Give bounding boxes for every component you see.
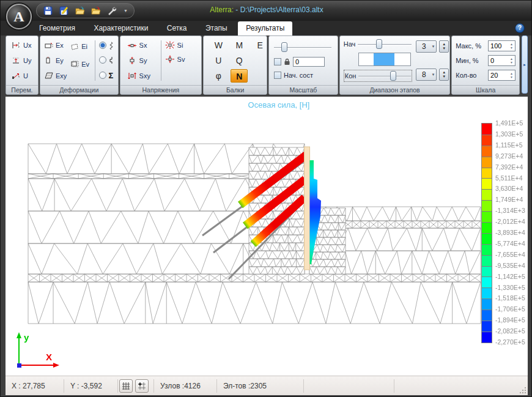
radio-unchecked (99, 72, 106, 79)
wrench-icon (107, 6, 117, 15)
ei-button[interactable]: Ei (68, 42, 92, 51)
legend-value: -1,142E+5 (495, 273, 525, 280)
u-button[interactable]: U (10, 72, 35, 80)
mode-sum-radio[interactable]: Σ (97, 70, 116, 81)
settings-button[interactable] (106, 6, 117, 16)
save-as-button[interactable] (59, 6, 69, 16)
slider-thumb[interactable] (281, 42, 287, 52)
open-recent-button[interactable] (91, 6, 101, 16)
legend-value: 1,491E+5 (495, 119, 523, 127)
spin-arrows-icon[interactable]: ▲▼ (508, 56, 515, 65)
min-spinbox[interactable]: 0 ▲▼ (488, 55, 515, 66)
initial-state-checkbox[interactable] (274, 72, 281, 79)
sv-button[interactable]: Sv (163, 54, 195, 64)
node-count: Узлов :4126 (153, 379, 217, 393)
si-icon (165, 41, 175, 49)
si-button[interactable]: Si (163, 40, 195, 50)
open-button[interactable] (75, 6, 85, 16)
help-button[interactable]: ? (515, 23, 525, 33)
scale-slider[interactable] (274, 42, 331, 52)
tab-results[interactable]: Результаты (238, 21, 292, 35)
legend-value: -5,774E+4 (495, 240, 525, 247)
snap-icon (138, 382, 146, 390)
qat-overflow-icon[interactable]: ▼ (124, 9, 128, 13)
beam-phi-button[interactable]: φ (210, 69, 227, 83)
save-icon (43, 6, 53, 15)
legend-band (482, 266, 492, 277)
mode-step-radio[interactable] (97, 56, 116, 65)
spin-up-icon: ▲ (442, 70, 446, 75)
end-stage-slider[interactable] (358, 71, 411, 81)
group-beams: W U φ M Q N E Балки (203, 35, 267, 95)
legend-band (482, 124, 492, 135)
cursor-x-readout: X : 27,785 (6, 379, 64, 393)
beam-w-button[interactable]: W (210, 39, 227, 52)
ev-icon (70, 61, 79, 67)
beam-n-button[interactable]: N (231, 69, 248, 83)
legend-value: 5,511E+4 (495, 174, 522, 182)
axis-y-label: y (24, 332, 29, 343)
beam-q-button[interactable]: Q (231, 54, 248, 67)
snap-toggle-button[interactable] (135, 379, 149, 393)
lock-checkbox[interactable] (274, 58, 281, 65)
slider-thumb[interactable] (390, 71, 396, 81)
app-menu-orb[interactable]: A (6, 4, 32, 29)
fem-viewport-canvas[interactable] (6, 97, 528, 376)
end-stage-combo[interactable]: 8 ▼ (416, 69, 437, 81)
status-empty-segment (304, 379, 394, 393)
sv-icon (165, 55, 175, 63)
window-title-path: - D:\Projects\Alterra\03.altx (234, 6, 323, 14)
save-button[interactable] (43, 6, 53, 16)
step-line-icon (109, 56, 114, 64)
sxy-button[interactable]: Sxy (125, 72, 159, 80)
sy-button[interactable]: Sy (125, 56, 159, 65)
start-stage-combo[interactable]: 3 ▼ (416, 40, 437, 53)
legend-band (482, 222, 492, 233)
ux-icon (12, 42, 21, 49)
sx-button[interactable]: Sx (125, 41, 159, 50)
uy-button[interactable]: Uy (10, 56, 35, 65)
legend-band (482, 233, 492, 244)
tab-mesh[interactable]: Сетка (159, 21, 195, 35)
spin-down-icon: ▼ (442, 75, 446, 79)
beam-u-button[interactable]: U (210, 54, 227, 67)
ev-button[interactable]: Ev (68, 60, 92, 69)
spin-arrows-icon[interactable]: ▲▼ (508, 41, 515, 51)
tab-characteristics[interactable]: Характеристики (86, 21, 156, 35)
legend-value: 1,303E+5 (495, 130, 523, 138)
group-stresses: Sx Sy Sxy Si (120, 35, 202, 95)
app-window: ▼ Alterra: - D:\Projects\Alterra\03.altx… (0, 0, 532, 397)
ey-button[interactable]: Ey (43, 56, 68, 65)
spin-arrows-icon[interactable]: ▲▼ (508, 70, 515, 80)
beam-e-button[interactable]: E (251, 39, 268, 52)
radio-checked (99, 42, 106, 49)
exy-button[interactable]: Exy (43, 72, 68, 80)
count-spinbox[interactable]: 20 ▲▼ (488, 70, 515, 81)
grid-toggle-button[interactable] (119, 379, 133, 393)
legend-value: -7,655E+4 (495, 251, 525, 258)
slider-thumb[interactable] (376, 39, 382, 49)
group-caption: Масштаб (269, 85, 338, 94)
resize-grip[interactable] (520, 387, 526, 393)
ux-button[interactable]: Ux (10, 41, 35, 50)
stage-range-indicator (358, 53, 411, 66)
scale-value-input[interactable] (293, 57, 325, 67)
ex-button[interactable]: Ex (43, 41, 68, 50)
max-spinbox[interactable]: 100 ▲▼ (488, 40, 515, 51)
tab-geometry[interactable]: Геометрия (31, 21, 83, 35)
legend-value: -1,314E+3 (495, 207, 525, 214)
start-stage-spinner[interactable]: ▲ ▼ (439, 40, 449, 53)
group-deformations: Ex Ey Exy Ei (40, 35, 119, 95)
mode-smooth-radio[interactable] (97, 41, 116, 50)
start-stage-slider[interactable] (358, 39, 412, 49)
tab-stages[interactable]: Этапы (198, 21, 235, 35)
legend-band (482, 332, 492, 343)
legend-band (482, 189, 492, 200)
ribbon-overflow-button[interactable]: ► (522, 35, 528, 94)
sxy-icon (127, 72, 137, 80)
end-stage-spinner[interactable]: ▲ ▼ (439, 69, 449, 81)
beam-m-button[interactable]: M (231, 39, 248, 52)
legend-band (482, 321, 492, 332)
group-caption: Деформации (40, 85, 118, 94)
ey-icon (45, 57, 53, 64)
